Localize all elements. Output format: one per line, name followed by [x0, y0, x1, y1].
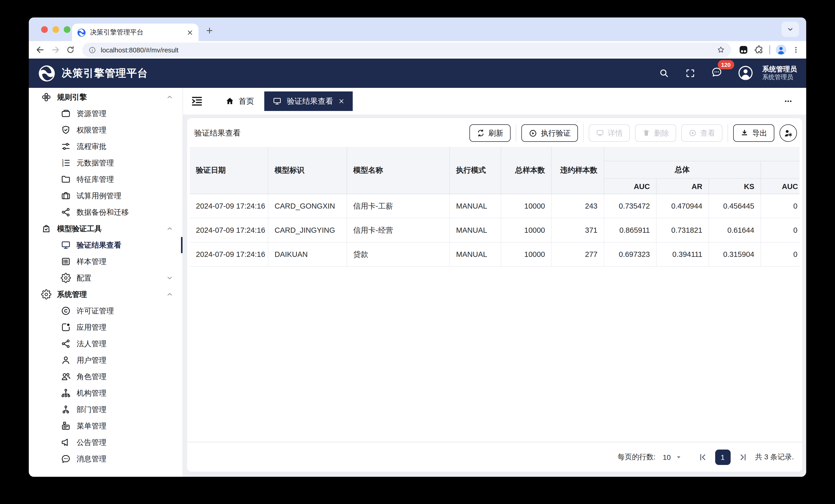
messages-button[interactable]: 120 [711, 66, 722, 80]
search-icon[interactable] [658, 68, 669, 79]
tab-home[interactable]: 首页 [215, 91, 264, 111]
sidebar-item[interactable]: 资源管理 [29, 105, 183, 122]
new-tab-button[interactable] [206, 27, 213, 35]
chevron-down-icon[interactable] [166, 274, 173, 281]
table-cell: 0.865911 [604, 218, 657, 242]
sidebar-item[interactable]: 权限管理 [29, 122, 183, 138]
run-validation-button[interactable]: 执行验证 [521, 124, 578, 142]
sidebar-item[interactable]: 特征库管理 [29, 171, 183, 188]
results-table: 验证日期模型标识模型名称执行模式总样本数违约样本数总体AUCARKSAUC 20… [190, 147, 799, 442]
close-tab-icon[interactable] [187, 29, 193, 36]
table-cell: 2024-07-09 17:24:16 [190, 194, 268, 218]
page-tabbar: 首页 验证结果查看 [183, 88, 806, 114]
first-page-button[interactable] [697, 452, 708, 462]
table-row[interactable]: 2024-07-09 17:24:16CARD_GONGXIN信用卡-工薪MAN… [190, 194, 799, 218]
sidebar-item-label: 用户管理 [77, 355, 106, 365]
chevron-up-icon[interactable] [166, 93, 173, 101]
zoom-window-button[interactable] [64, 26, 70, 33]
subcolumn-header: AUC [604, 179, 657, 194]
sidebar-item-label: 角色管理 [77, 372, 106, 381]
url-text[interactable]: localhost:8080/#/mv/result [101, 46, 178, 54]
refresh-icon [476, 129, 485, 137]
table-cell: 0.315904 [709, 243, 761, 266]
share-nodes-icon [61, 339, 71, 349]
table-row[interactable]: 2024-07-09 17:24:16DAIKUAN贷款MANUAL100002… [190, 243, 799, 267]
rows-per-page-select[interactable]: 10 [663, 453, 682, 461]
last-page-button[interactable] [737, 452, 748, 462]
sidebar-section[interactable]: 模型验证工具 [29, 220, 183, 237]
sidebar-item[interactable]: 样本管理 [29, 253, 183, 270]
sidebar-item[interactable]: 消息管理 [29, 450, 183, 467]
column-header: 违约样本数 [552, 147, 604, 194]
page-title: 验证结果查看 [195, 128, 241, 138]
sidebar-item[interactable]: 123元数据管理 [29, 155, 183, 171]
detail-button[interactable]: 详情 [589, 124, 630, 142]
sidebar-item[interactable]: 公告管理 [29, 434, 183, 450]
sidebar-item[interactable]: 机构管理 [29, 385, 183, 401]
column-settings-button[interactable] [779, 124, 797, 142]
tab-active[interactable]: 验证结果查看 [264, 91, 353, 111]
browser-tab-title: 决策引擎管理平台 [90, 28, 183, 37]
minimize-window-button[interactable] [53, 26, 59, 33]
collapse-sidebar-button[interactable] [190, 94, 204, 108]
sidebar-item[interactable]: 验证结果查看 [29, 237, 183, 253]
sidebar-item[interactable]: 菜单管理 [29, 418, 183, 434]
table-cell: CARD_GONGXIN [268, 194, 347, 218]
sidebar-item-label: 权限管理 [77, 125, 106, 135]
close-window-button[interactable] [41, 26, 48, 33]
table-cell: 371 [552, 218, 604, 242]
users-icon [61, 372, 71, 382]
browser-tab[interactable]: 决策引擎管理平台 [72, 24, 199, 41]
sidebar-section[interactable]: 系统管理 [29, 286, 183, 302]
chevron-up-icon[interactable] [166, 291, 173, 298]
extension-icon[interactable] [738, 45, 749, 55]
sidebar-item-label: 许可证管理 [77, 306, 114, 316]
tab-options-icon[interactable] [783, 97, 793, 106]
forward-button[interactable] [50, 45, 61, 55]
user-info[interactable]: 系统管理员 系统管理员 [762, 65, 797, 82]
table-cell: 2024-07-09 17:24:16 [190, 218, 268, 242]
sidebar-item[interactable]: 流程审批 [29, 138, 183, 155]
export-button[interactable]: 导出 [733, 124, 774, 142]
back-button[interactable] [35, 45, 45, 55]
sidebar-item[interactable]: 角色管理 [29, 369, 183, 385]
browser-profile-avatar[interactable] [775, 44, 787, 56]
address-bar[interactable]: localhost:8080/#/mv/result [82, 43, 731, 57]
sidebar-section[interactable]: 规则引擎 [29, 89, 183, 105]
delete-button[interactable]: 删除 [635, 124, 676, 142]
column-header: 模型标识 [268, 147, 347, 194]
extensions-puzzle-icon[interactable] [754, 45, 764, 55]
current-page-button[interactable]: 1 [715, 449, 730, 465]
table-cell: 贷款 [347, 243, 450, 266]
sidebar-item[interactable]: 试算用例管理 [29, 188, 183, 204]
tab-search-button[interactable] [781, 22, 799, 37]
fullscreen-icon[interactable] [685, 68, 695, 79]
site-info-icon[interactable] [88, 46, 96, 54]
bookmark-star-icon[interactable] [717, 46, 725, 54]
chevron-up-icon[interactable] [166, 225, 173, 232]
sidebar-item[interactable]: 用户管理 [29, 352, 183, 369]
traffic-lights [41, 26, 70, 33]
table-cell: 0 [761, 218, 799, 242]
sidebar-item[interactable]: 数据备份和迁移 [29, 204, 183, 220]
browser-toolbar: localhost:8080/#/mv/result [29, 41, 806, 59]
sidebar-item[interactable]: 法人管理 [29, 335, 183, 352]
sidebar-item-label: 流程审批 [77, 142, 106, 151]
refresh-button[interactable]: 刷新 [469, 124, 511, 142]
sidebar-section-label: 系统管理 [57, 290, 87, 299]
close-tab-icon[interactable] [338, 98, 345, 104]
table-row[interactable]: 2024-07-09 17:24:16CARD_JINGYING信用卡-经营MA… [190, 218, 799, 243]
column-header: 执行模式 [450, 147, 501, 194]
reload-button[interactable] [66, 45, 75, 55]
sidebar-item[interactable]: 部门管理 [29, 401, 183, 418]
table-cell: 2024-07-09 17:24:16 [190, 243, 268, 266]
table-cell: MANUAL [450, 218, 501, 242]
view-button[interactable]: 查看 [681, 124, 722, 142]
sidebar-item[interactable]: 应用管理 [29, 319, 183, 335]
browser-menu-icon[interactable] [792, 46, 800, 54]
sidebar-item[interactable]: 配置 [29, 270, 183, 286]
sliders-icon [61, 141, 71, 151]
sidebar-item[interactable]: 许可证管理 [29, 302, 183, 319]
sidebar-item-label: 资源管理 [77, 109, 106, 119]
user-avatar[interactable] [737, 65, 753, 81]
